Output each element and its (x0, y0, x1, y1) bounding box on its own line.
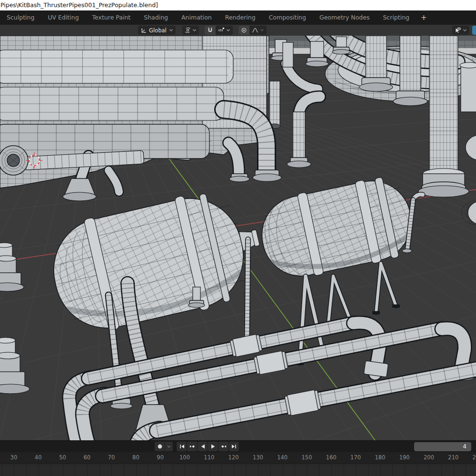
record-circle-icon (157, 444, 163, 449)
frame-tick (87, 464, 88, 476)
frame-label: 60 (83, 454, 90, 461)
play-icon (210, 444, 216, 449)
jump-to-start-button[interactable] (177, 442, 187, 451)
frame-label: 110 (204, 454, 214, 461)
frame-tick (50, 464, 51, 476)
frame-tick (380, 464, 381, 476)
auto-keying-dropdown[interactable] (165, 442, 173, 451)
frame-tick (392, 464, 393, 476)
frame-label: 70 (108, 454, 115, 461)
frame-tick (307, 464, 307, 476)
blender-window: Pipes\KitBash_ThrusterPipes001_PrezPopul… (0, 0, 476, 476)
cursor-eye-icon (455, 27, 461, 34)
frame-label: 210 (448, 454, 458, 461)
frame-tick (173, 464, 173, 476)
chevron-down-icon (167, 445, 171, 448)
snap-increment-icon (218, 27, 225, 33)
frame-label: 220 (473, 454, 476, 461)
frame-label: 100 (179, 454, 190, 461)
next-keyframe-icon (221, 444, 227, 449)
frame-tick (454, 464, 454, 476)
frame-label: 150 (302, 454, 312, 461)
timeline-track[interactable] (0, 464, 476, 476)
frame-tick (124, 464, 124, 476)
current-frame-field[interactable]: 4 (414, 442, 471, 451)
tab-geometry-nodes[interactable]: Geometry Nodes (313, 10, 376, 25)
skip-start-icon (179, 444, 185, 449)
frame-tick (111, 464, 112, 476)
frame-tick (26, 464, 27, 476)
frame-tick (417, 464, 417, 476)
frame-tick (234, 464, 234, 476)
frame-label: 50 (59, 454, 66, 461)
tab-animation[interactable]: Animation (175, 10, 218, 25)
frame-tick (14, 464, 14, 476)
prev-keyframe-icon (189, 444, 195, 449)
frame-tick (160, 464, 161, 476)
frame-label: 200 (424, 454, 434, 461)
frame-tick (63, 464, 63, 476)
jump-to-end-button[interactable] (229, 442, 239, 451)
tab-shading[interactable]: Shading (137, 10, 175, 25)
window-title: Pipes\KitBash_ThrusterPipes001_PrezPopul… (0, 0, 476, 10)
frame-tick (185, 464, 185, 476)
frame-label: 30 (10, 454, 18, 461)
falloff-dropdown[interactable] (249, 26, 267, 35)
frame-tick (405, 464, 405, 476)
frame-label: 180 (375, 454, 385, 461)
frame-tick (2, 464, 2, 476)
frame-label: 120 (228, 454, 239, 461)
proportional-editing-toggle[interactable] (238, 26, 249, 35)
tab-rendering[interactable]: Rendering (218, 10, 262, 25)
frame-tick (344, 464, 344, 476)
frame-label: 40 (35, 454, 42, 461)
workspace-tabbar: SculptingUV EditingTexture PaintShadingA… (0, 10, 476, 25)
frame-tick (356, 464, 356, 476)
frame-tick (75, 464, 75, 476)
frame-tick (246, 464, 247, 476)
add-workspace-button[interactable]: + (416, 10, 432, 25)
snap-target-dropdown[interactable] (216, 26, 233, 35)
transform-orientation-dropdown[interactable]: Global (138, 26, 176, 35)
frame-tick (148, 464, 149, 476)
snapping-group (205, 26, 233, 35)
chevron-down-icon (463, 28, 467, 32)
tab-scripting[interactable]: Scripting (376, 10, 416, 25)
tab-compositing[interactable]: Compositing (262, 10, 313, 25)
orientation-value: Global (148, 27, 168, 34)
frame-label: 90 (157, 454, 164, 461)
frame-tick (368, 464, 368, 476)
3d-viewport[interactable] (0, 36, 476, 440)
visibility-dropdown[interactable] (452, 26, 469, 35)
chevron-down-icon (226, 28, 230, 32)
frame-tick (319, 464, 319, 476)
tab-texture-paint[interactable]: Texture Paint (86, 10, 138, 25)
torus-flange[interactable] (0, 146, 28, 175)
timeline-playbar: 4 (0, 440, 476, 452)
frame-label: 170 (350, 454, 361, 461)
frame-tick (429, 464, 429, 476)
chevron-down-icon (192, 28, 197, 32)
pivot-point-dropdown[interactable] (182, 26, 199, 35)
play-button[interactable] (208, 442, 218, 451)
shading-mode-button-clipped[interactable] (472, 26, 476, 35)
play-reverse-button[interactable] (198, 442, 208, 451)
frame-tick (270, 464, 271, 476)
frame-tick (258, 464, 258, 476)
frame-tick (136, 464, 137, 476)
previous-keyframe-button[interactable] (187, 442, 197, 451)
timeline-ruler[interactable]: 3040506070809010011012013014015016017018… (0, 452, 476, 464)
frame-tick (197, 464, 198, 476)
next-keyframe-button[interactable] (218, 442, 228, 451)
frame-label: 160 (326, 454, 337, 461)
frame-label: 130 (253, 454, 263, 461)
magnet-icon (207, 27, 213, 33)
tab-sculpting[interactable]: Sculpting (0, 10, 41, 25)
auto-keying-button[interactable] (155, 442, 165, 451)
proportional-editing-icon (241, 27, 247, 33)
tab-uv-editing[interactable]: UV Editing (41, 10, 85, 25)
play-reverse-icon (200, 444, 206, 449)
falloff-curve-icon (252, 27, 258, 33)
frame-tick (221, 464, 222, 476)
snap-toggle-button[interactable] (205, 26, 216, 35)
